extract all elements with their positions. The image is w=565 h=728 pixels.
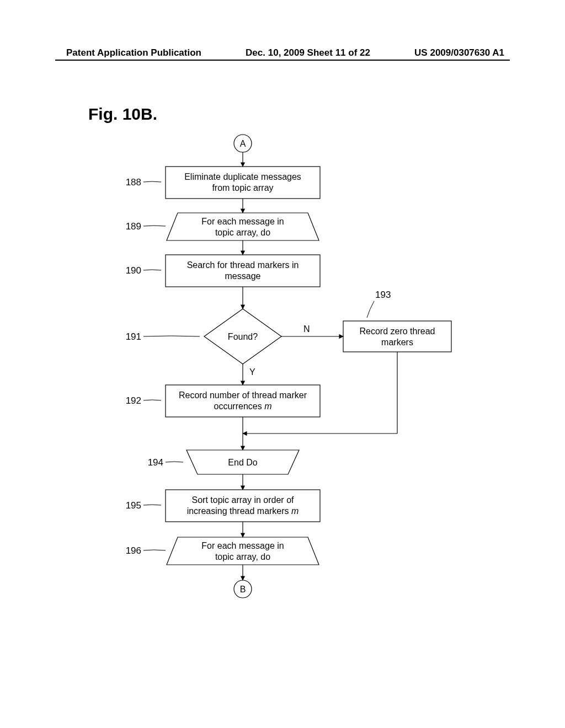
step-192-rect <box>166 385 320 417</box>
step-195-line2: increasing thread markers m <box>187 506 299 516</box>
step-190-line2: message <box>225 271 261 281</box>
ref-193: 193 <box>375 290 391 300</box>
loop-189-line1: For each message in <box>201 217 284 226</box>
step-193-line1: Record zero thread <box>360 326 435 336</box>
ref-191: 191 <box>126 331 141 342</box>
edge-yes-label: Y <box>249 367 255 377</box>
step-188-line2: from topic array <box>212 183 273 192</box>
connector-b-label: B <box>240 585 246 594</box>
header-left: Patent Application Publication <box>66 47 201 58</box>
figure-title: Fig. 10B. <box>88 105 157 124</box>
loop-189-line2: topic array, do <box>215 228 270 237</box>
ref-195: 195 <box>126 500 141 511</box>
step-195-rect <box>166 490 320 522</box>
loop-end-194-text: End Do <box>228 458 257 467</box>
step-193-rect <box>343 321 451 352</box>
ref-192: 192 <box>126 395 141 406</box>
step-192-line2: occurrences m <box>214 402 272 411</box>
flowchart-svg: A Eliminate duplicate messages from topi… <box>0 127 565 678</box>
ref-194: 194 <box>148 457 163 468</box>
step-195-line1: Sort topic array in order of <box>192 495 295 505</box>
step-190-line1: Search for thread markers in <box>187 260 299 270</box>
header-rule <box>55 60 510 61</box>
ref-196: 196 <box>126 545 141 556</box>
decision-191-text: Found? <box>228 332 258 341</box>
step-193-line2: markers <box>381 338 413 347</box>
ref-190: 190 <box>126 265 141 276</box>
loop-196-line2: topic array, do <box>215 552 270 561</box>
connector-a-label: A <box>240 139 246 148</box>
header-mid: Dec. 10, 2009 Sheet 11 of 22 <box>246 47 370 58</box>
step-188-line1: Eliminate duplicate messages <box>184 172 301 181</box>
header-right: US 2009/0307630 A1 <box>414 47 504 58</box>
step-192-line1: Record number of thread marker <box>179 390 307 400</box>
ref-188: 188 <box>126 177 141 188</box>
ref-189: 189 <box>126 221 141 232</box>
page-header: Patent Application Publication Dec. 10, … <box>0 47 565 58</box>
loop-196-line1: For each message in <box>201 541 284 550</box>
edge-no-label: N <box>303 324 310 334</box>
step-190-rect <box>166 255 320 287</box>
step-188-rect <box>166 167 320 199</box>
